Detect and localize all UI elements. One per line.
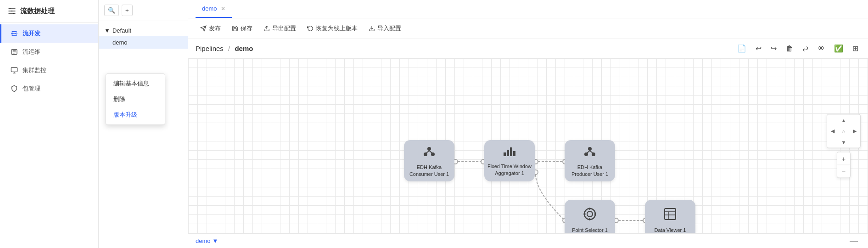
nav-up[interactable]: ▲ <box>838 114 849 125</box>
pkg-mgmt-icon <box>11 85 18 92</box>
sidebar-item-stream-dev[interactable]: 流开发 <box>0 24 98 43</box>
kafka-consumer-label: EDH Kafka Consumer User 1 <box>404 164 454 177</box>
svg-point-26 <box>588 147 592 151</box>
restore-icon <box>307 25 314 32</box>
node-time-window[interactable]: Fixed Time Window Aggregator 1 <box>484 140 535 181</box>
nav-down-right[interactable] <box>849 136 860 147</box>
node-point-selector[interactable]: Point Selector 1 <box>565 200 615 233</box>
sidebar-item-label: 流运维 <box>22 48 40 56</box>
save-icon <box>232 25 238 32</box>
data-viewer-label: Data Viewer 1 <box>653 227 688 233</box>
export-button[interactable]: 导出配置 <box>259 22 301 35</box>
canvas-grid[interactable]: EDH Kafka Consumer User 1 Fixed Time Win… <box>188 58 868 233</box>
sidebar-item-stream-ops[interactable]: 流运维 <box>0 43 98 61</box>
delete-button[interactable]: 🗑 <box>784 43 795 54</box>
sidebar-item-pkg-mgmt[interactable]: 包管理 <box>0 79 98 98</box>
group-label: Default <box>112 27 131 34</box>
nav-controls: ▲ ◀ ⌂ ▶ ▼ + − <box>827 114 861 178</box>
import-icon <box>369 25 375 32</box>
bottom-tab[interactable]: demo ▼ <box>196 237 218 244</box>
svg-point-1 <box>11 11 13 12</box>
nav-right[interactable]: ▶ <box>849 125 860 136</box>
node-data-viewer[interactable]: Data Viewer 1 <box>645 200 695 233</box>
kafka-consumer-icon <box>422 144 436 161</box>
svg-line-21 <box>429 151 432 153</box>
svg-line-29 <box>587 151 590 153</box>
svg-rect-22 <box>504 152 506 156</box>
nav-left[interactable]: ◀ <box>827 125 838 136</box>
sidebar-item-label: 包管理 <box>22 85 40 93</box>
nav-up-left[interactable] <box>827 114 838 125</box>
nav-home[interactable]: ⌂ <box>838 125 849 136</box>
zoom-controls: + − <box>837 152 851 178</box>
stream-dev-icon <box>11 30 18 37</box>
svg-point-4 <box>16 33 17 34</box>
direction-pad: ▲ ◀ ⌂ ▶ ▼ <box>827 114 861 148</box>
tabs-bar: demo ✕ <box>188 0 868 18</box>
sidebar-item-cluster-monitor[interactable]: 集群监控 <box>0 61 98 79</box>
import-button[interactable]: 导入配置 <box>364 22 406 35</box>
canvas-container: Pipelines / demo 📄 ↩ ↪ 🗑 ⇄ 👁 ✅ ⊞ <box>188 39 868 248</box>
collapse-icon: ▼ <box>104 27 110 34</box>
time-window-label: Fixed Time Window Aggregator 1 <box>484 163 535 176</box>
restore-button[interactable]: 恢复为线上版本 <box>302 22 362 35</box>
sidebar-item-label: 集群监控 <box>22 66 46 74</box>
tree-panel: 🔍 + ▼ Default demo 编辑基本信息 删除 版本升级 <box>99 0 188 248</box>
bottom-tab-arrow: ▼ <box>213 237 218 244</box>
context-menu-item-edit[interactable]: 编辑基本信息 <box>106 76 165 91</box>
context-menu-item-upgrade[interactable]: 版本升级 <box>106 107 165 123</box>
svg-point-3 <box>11 33 13 34</box>
node-kafka-consumer[interactable]: EDH Kafka Consumer User 1 <box>404 140 454 181</box>
notes-button[interactable]: 📄 <box>735 43 749 54</box>
kafka-producer-label: EDH Kafka Producer User 1 <box>565 164 615 177</box>
save-button[interactable]: 保存 <box>227 22 257 35</box>
main-area: demo ✕ 发布 保存 导出配置 恢复为线上版本 <box>188 0 868 248</box>
export-icon <box>263 25 270 32</box>
breadcrumb-sep: / <box>228 45 232 52</box>
svg-rect-37 <box>665 209 676 220</box>
shuffle-button[interactable]: ⇄ <box>800 43 811 54</box>
redo-button[interactable]: ↪ <box>768 43 779 54</box>
nav-down-left[interactable] <box>827 136 838 147</box>
undo-button[interactable]: ↩ <box>753 43 764 54</box>
kafka-producer-icon <box>583 144 597 161</box>
tree-item-label: demo <box>112 39 128 46</box>
preview-button[interactable]: 👁 <box>815 43 827 54</box>
publish-button[interactable]: 发布 <box>196 22 225 35</box>
svg-rect-25 <box>513 151 515 156</box>
node-kafka-producer[interactable]: EDH Kafka Producer User 1 <box>565 140 615 181</box>
nav-down[interactable]: ▼ <box>838 136 849 147</box>
svg-rect-24 <box>510 147 512 156</box>
sidebar-item-label: 流开发 <box>22 29 40 38</box>
tree-item-demo[interactable]: demo <box>99 36 188 49</box>
svg-line-30 <box>590 151 593 153</box>
zoom-out-button[interactable]: − <box>837 165 851 177</box>
svg-point-32 <box>587 211 593 217</box>
search-button[interactable]: 🔍 <box>104 5 119 16</box>
breadcrumb-root: Pipelines <box>196 45 224 52</box>
breadcrumb: Pipelines / demo <box>196 45 253 52</box>
data-viewer-icon <box>663 207 677 224</box>
svg-line-20 <box>426 151 429 153</box>
validate-button[interactable]: ✅ <box>832 43 846 54</box>
stream-icon <box>7 6 17 16</box>
bottom-tab-name: demo <box>196 237 211 244</box>
toolbar: 发布 保存 导出配置 恢复为线上版本 导入配置 <box>188 18 868 39</box>
cluster-monitor-icon <box>11 67 18 74</box>
tab-close-icon[interactable]: ✕ <box>221 6 225 12</box>
bottom-bar: demo ▼ — <box>188 233 868 248</box>
tree-group-default[interactable]: ▼ Default <box>99 25 188 36</box>
canvas-header: Pipelines / demo 📄 ↩ ↪ 🗑 ⇄ 👁 ✅ ⊞ <box>188 39 868 58</box>
tab-demo[interactable]: demo ✕ <box>196 0 232 18</box>
grid-button[interactable]: ⊞ <box>850 43 861 54</box>
zoom-in-button[interactable]: + <box>837 152 851 165</box>
svg-point-0 <box>10 8 11 10</box>
context-menu-item-delete[interactable]: 删除 <box>106 91 165 107</box>
point-selector-icon <box>583 207 597 224</box>
add-button[interactable]: + <box>122 5 133 16</box>
svg-rect-23 <box>507 150 509 156</box>
time-window-icon <box>503 145 516 160</box>
app-title-bar: 流数据处理 <box>0 0 98 23</box>
nav-up-right[interactable] <box>849 114 860 125</box>
bottom-minus-button[interactable]: — <box>847 236 861 246</box>
